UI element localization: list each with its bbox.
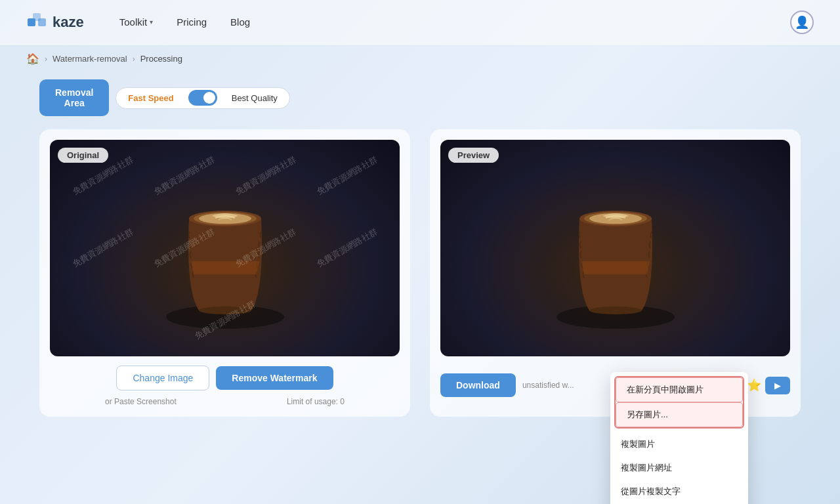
preview-image-container: Preview (440, 140, 790, 356)
ctx-open-in-new-tab-label: 在新分頁中開啟圖片 (627, 384, 704, 396)
left-panel-actions: Change Image Remove Watermark (50, 366, 400, 390)
best-quality-label: Best Quality (220, 88, 289, 108)
speed-quality-toggle: Fast Speed Best Quality (116, 87, 289, 109)
tab-removal-area[interactable]: RemovalArea (39, 79, 109, 116)
original-panel: Original (39, 129, 410, 417)
nav-pricing[interactable]: Pricing (167, 11, 216, 33)
breadcrumb-processing: Processing (140, 54, 182, 64)
chevron-down-icon: ▾ (150, 18, 153, 26)
header-right: 👤 (790, 10, 814, 34)
rate-more-button[interactable]: ▶ (765, 377, 790, 394)
toggle-knob (203, 92, 215, 104)
main-content: RemovalArea Fast Speed Best Quality Orig… (0, 73, 840, 430)
quality-toggle-switch[interactable] (188, 90, 217, 106)
unsatisfied-text: unsatisfied w... (522, 381, 574, 390)
ctx-copy-image[interactable]: 複製圖片 (610, 432, 748, 456)
context-menu: 在新分頁中開啟圖片 另存圖片... 複製圖片 複製圖片網址 從圖片複製文字 為這… (610, 372, 748, 504)
nav-blog[interactable]: Blog (221, 11, 259, 33)
usage-limit: Limit of usage: 0 (287, 397, 345, 406)
preview-badge: Preview (448, 148, 499, 163)
left-panel-sub: or Paste Screenshot Limit of usage: 0 (50, 393, 400, 406)
user-account-icon[interactable]: 👤 (790, 10, 814, 34)
preview-coffee-cup-svg (543, 159, 688, 337)
images-row: Original (39, 129, 801, 417)
ctx-open-in-new-tab[interactable]: 在新分頁中開啟圖片 (616, 377, 743, 402)
breadcrumb-home[interactable]: 🏠 (26, 52, 39, 65)
header: kaze Toolkit ▾ Pricing Blog 👤 (0, 0, 840, 45)
fast-speed-label: Fast Speed (116, 88, 185, 108)
ctx-copy-text-from-image[interactable]: 從圖片複製文字 (610, 480, 748, 503)
coffee-cup-svg (153, 159, 297, 337)
original-badge: Original (58, 148, 108, 163)
download-button[interactable]: Download (440, 373, 516, 397)
paste-screenshot-hint: or Paste Screenshot (105, 397, 177, 406)
svg-point-7 (199, 306, 251, 314)
ctx-save-image[interactable]: 另存圖片... (616, 402, 743, 427)
svg-point-12 (589, 306, 642, 314)
logo-icon (26, 12, 47, 33)
preview-panel: Preview (430, 129, 801, 417)
nav: Toolkit ▾ Pricing Blog (110, 11, 790, 33)
breadcrumb-watermark-removal[interactable]: Watermark-removal (52, 54, 127, 64)
preview-coffee-image (440, 140, 790, 356)
original-image-container: Original (50, 140, 400, 356)
change-image-button[interactable]: Change Image (116, 366, 209, 390)
breadcrumb: 🏠 › Watermark-removal › Processing (0, 45, 840, 73)
logo[interactable]: kaze (26, 12, 84, 33)
svg-rect-2 (33, 13, 41, 21)
original-coffee-image (50, 140, 400, 356)
logo-text: kaze (52, 14, 84, 31)
ctx-save-image-label: 另存圖片... (627, 409, 668, 421)
nav-toolkit[interactable]: Toolkit ▾ (110, 11, 163, 33)
remove-watermark-button[interactable]: Remove Watermark (216, 366, 333, 390)
breadcrumb-sep-1: › (45, 54, 47, 64)
ctx-copy-image-url[interactable]: 複製圖片網址 (610, 456, 748, 480)
tabs-row: RemovalArea Fast Speed Best Quality (39, 79, 801, 116)
breadcrumb-sep-2: › (133, 54, 135, 64)
